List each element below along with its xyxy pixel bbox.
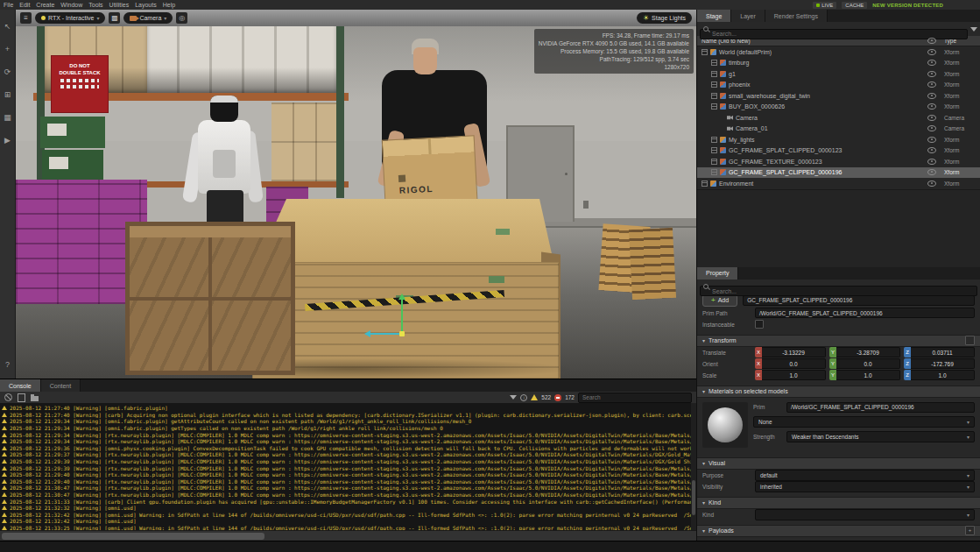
scale-y-field[interactable]: 1.0	[836, 370, 900, 380]
menu-help[interactable]: Help	[163, 2, 175, 8]
scale-x-field[interactable]: 1.0	[762, 370, 826, 380]
tree-row-splat-0000196[interactable]: GC_FRAME_SPLAT_CLIPPED_0000196Xform	[697, 167, 980, 179]
material-select[interactable]: None▾	[753, 416, 975, 428]
tab-content[interactable]: Content	[41, 379, 81, 392]
eye-icon[interactable]	[927, 93, 936, 99]
eye-icon[interactable]	[927, 180, 936, 187]
gizmo-origin[interactable]	[399, 331, 405, 336]
orient-z-field[interactable]: -172.769	[911, 358, 975, 369]
scale-z-field[interactable]: 1.0	[911, 370, 975, 380]
menu-file[interactable]: File	[4, 2, 13, 8]
eye-icon[interactable]	[927, 71, 936, 77]
eye-icon[interactable]	[927, 49, 936, 55]
kind-section-header[interactable]: ▾ Kind	[697, 497, 980, 509]
expander-icon[interactable]	[711, 137, 717, 143]
menu-window[interactable]: Window	[60, 2, 82, 8]
tab-property[interactable]: Property	[697, 267, 738, 280]
info-filter-icon[interactable]: i	[520, 394, 527, 401]
eye-icon[interactable]	[927, 81, 936, 88]
menu-create[interactable]: Create	[36, 2, 54, 8]
new-version-label[interactable]: NEW VERSION DETECTED	[872, 3, 943, 8]
expander-icon[interactable]	[702, 49, 708, 55]
log-filter-icon[interactable]	[510, 395, 517, 400]
translate-x-field[interactable]: -3.13229	[762, 347, 826, 357]
eye-icon[interactable]	[927, 60, 936, 66]
expander-icon[interactable]	[711, 159, 717, 165]
menu-edit[interactable]: Edit	[19, 2, 30, 8]
tree-row-warehouse[interactable]: small_warehouse_digital_twinXform	[697, 90, 980, 102]
prim-path-field[interactable]: /World/GC_FRAME_SPLAT_CLIPPED_0000196	[755, 308, 975, 318]
copy-log-icon[interactable]	[18, 393, 25, 402]
viewport-capture-icon[interactable]: ◎	[176, 12, 187, 24]
tree-row-buy-box[interactable]: BUY_BOX_0000626Xform	[697, 102, 980, 113]
purpose-select[interactable]: default▾	[755, 470, 975, 481]
select-tool-icon[interactable]: ↖	[3, 22, 12, 32]
translate-z-field[interactable]: 0.03711	[911, 347, 975, 357]
expander-icon[interactable]	[711, 169, 717, 175]
warning-filter-icon[interactable]	[531, 394, 538, 400]
live-badge[interactable]: LIVE	[813, 2, 836, 9]
tab-console[interactable]: Console	[0, 379, 41, 392]
add-payload-icon[interactable]: +	[965, 526, 975, 535]
tree-row-camera[interactable]: CameraCamera	[697, 112, 980, 124]
eye-icon[interactable]	[927, 115, 936, 121]
renderer-select[interactable]: RTX - Interactive▾	[35, 12, 105, 24]
expander-icon[interactable]	[711, 81, 717, 88]
keyframe-icon[interactable]	[965, 336, 975, 345]
menu-utilities[interactable]: Utilities	[109, 2, 130, 8]
cache-badge[interactable]: CACHE	[842, 2, 867, 9]
transform-section-header[interactable]: ▾ Transform	[697, 335, 980, 347]
payloads-section-header[interactable]: ▾ Payloads +	[697, 525, 980, 537]
tree-row-world[interactable]: World (defaultPrim)Xform	[697, 46, 980, 58]
stage-lights-button[interactable]: ☀ Stage Lights	[637, 12, 692, 24]
clear-console-icon[interactable]	[4, 393, 12, 401]
eye-icon[interactable]	[927, 169, 936, 175]
expander-icon[interactable]	[711, 60, 717, 66]
gizmo-y-axis[interactable]	[401, 299, 403, 334]
viewport-menu-icon[interactable]: ≡	[20, 12, 32, 24]
gizmo-x-axis[interactable]	[370, 333, 403, 335]
orient-x-field[interactable]: 0.0	[762, 358, 826, 369]
tab-render-settings[interactable]: Render Settings	[765, 10, 828, 22]
tree-row-texture-0000123[interactable]: GC_FRAME_TEXTURE_0000123Xform	[697, 156, 980, 167]
console-search-input[interactable]	[578, 393, 692, 403]
help-icon[interactable]: ?	[3, 360, 12, 370]
open-log-folder-icon[interactable]	[31, 396, 39, 401]
material-prim-field[interactable]: /World/GC_FRAME_SPLAT_CLIPPED_0000196	[786, 402, 975, 413]
camera-select[interactable]: Camera▾	[123, 12, 173, 24]
play-button-icon[interactable]: ▶	[3, 136, 12, 145]
expander-icon[interactable]	[711, 103, 717, 110]
visibility-select[interactable]: inherited▾	[755, 481, 975, 492]
expander-icon[interactable]	[711, 93, 717, 99]
materials-section-header[interactable]: ▾ Materials on selected models	[697, 386, 980, 398]
filter-icon[interactable]	[970, 27, 977, 32]
move-tool-icon[interactable]: +	[3, 45, 12, 54]
tree-row-my-lights[interactable]: My_lightsXform	[697, 134, 980, 145]
scale-tool-icon[interactable]: ⊞	[3, 90, 12, 100]
snap-tool-icon[interactable]: ▦	[3, 113, 12, 123]
menu-layouts[interactable]: Layouts	[135, 2, 157, 8]
tree-row-camera-01[interactable]: Camera_01Camera	[697, 124, 980, 135]
tree-row-phoenix[interactable]: phoenixXform	[697, 80, 980, 91]
translate-y-field[interactable]: -3.28709	[836, 347, 900, 357]
expander-icon[interactable]	[711, 147, 717, 153]
tree-row-splat-0000123[interactable]: GC_FRAME_SPLAT_CLIPPED_0000123Xform	[697, 145, 980, 157]
stage-search-input[interactable]	[700, 29, 968, 39]
tree-row-g1[interactable]: g1Xform	[697, 68, 980, 80]
eye-icon[interactable]	[927, 103, 936, 110]
instanceable-checkbox[interactable]	[755, 320, 764, 329]
orient-y-field[interactable]: 0.0	[836, 358, 900, 369]
viewport-3d[interactable]: DO NOT DOUBLE STACK RIGOL ≡ RTX - Inter	[16, 10, 696, 379]
tree-row-environment[interactable]: EnvironmentXform	[697, 178, 980, 189]
tab-layer[interactable]: Layer	[731, 10, 765, 22]
eye-icon[interactable]	[927, 137, 936, 143]
eye-icon[interactable]	[927, 125, 936, 131]
expander-icon[interactable]	[711, 71, 717, 77]
error-filter-icon[interactable]	[554, 394, 561, 401]
eye-icon[interactable]	[927, 147, 936, 153]
visibility-column-icon[interactable]	[927, 38, 936, 44]
menu-tools[interactable]: Tools	[88, 2, 102, 8]
console-vertical-scrollbar[interactable]	[691, 403, 696, 531]
strength-select[interactable]: Weaker than Descendants▾	[786, 431, 975, 442]
visual-section-header[interactable]: ▾ Visual	[697, 457, 980, 470]
